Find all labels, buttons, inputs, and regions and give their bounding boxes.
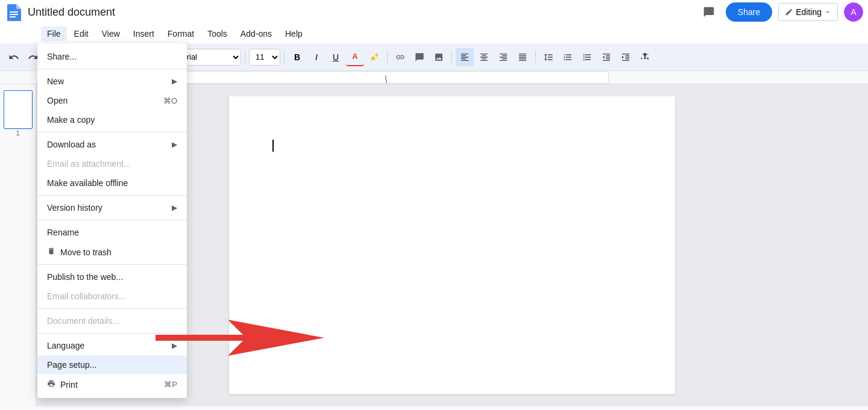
comment-button[interactable]	[410, 48, 429, 66]
chat-icon[interactable]	[698, 1, 720, 23]
menu-item-offline[interactable]: Make available offline	[37, 173, 187, 193]
avatar[interactable]: A	[844, 2, 863, 22]
version-arrow-icon: ▶	[172, 203, 177, 212]
menu-item-addons[interactable]: Add-ons	[234, 26, 278, 41]
numbered-list-button[interactable]	[559, 48, 577, 66]
menu-item-tools[interactable]: Tools	[201, 26, 233, 41]
align-right-button[interactable]	[494, 48, 512, 66]
link-button[interactable]	[391, 48, 409, 66]
svg-rect-2	[10, 14, 18, 15]
svg-text:A: A	[851, 7, 857, 17]
menu-item-insert[interactable]: Insert	[127, 26, 160, 41]
align-justify-button[interactable]	[514, 48, 532, 66]
menu-separator-6	[37, 308, 187, 309]
align-left-button[interactable]	[456, 48, 474, 66]
menu-item-make-copy[interactable]: Make a copy	[37, 110, 187, 129]
decrease-indent-button[interactable]	[597, 48, 615, 66]
menu-separator-3	[37, 195, 187, 196]
toolbar-separator-4	[284, 51, 285, 63]
menu-item-print[interactable]: Print ⌘P	[37, 374, 187, 394]
menu-item-email-attachment[interactable]: Email as attachment...	[37, 154, 187, 173]
highlight-button[interactable]	[365, 48, 383, 66]
left-sidebar: 1	[0, 84, 36, 406]
menu-item-rename[interactable]: Rename	[37, 223, 187, 242]
increase-indent-button[interactable]	[617, 48, 635, 66]
toolbar-separator-7	[535, 51, 536, 63]
menu-separator-1	[37, 69, 187, 69]
toolbar-separator-3	[245, 51, 245, 63]
font-size-select[interactable]: 11	[249, 49, 280, 66]
header-right: Share Editing A	[698, 1, 863, 23]
text-color-button[interactable]: A	[346, 48, 364, 66]
document-title: Untitled document	[28, 6, 693, 19]
menu-separator-5	[37, 264, 187, 265]
menu-item-document-details[interactable]: Document details...	[37, 311, 187, 331]
toolbar-separator-6	[451, 51, 452, 63]
menu-separator-2	[37, 132, 187, 132]
undo-button[interactable]	[5, 48, 23, 66]
italic-button[interactable]: I	[307, 48, 326, 66]
menu-item-new[interactable]: New ▶	[37, 72, 187, 91]
download-arrow-icon: ▶	[172, 140, 177, 149]
svg-rect-1	[10, 11, 18, 13]
bulleted-list-button[interactable]	[578, 48, 596, 66]
page	[229, 96, 675, 394]
bold-button[interactable]: B	[288, 48, 306, 66]
line-spacing-button[interactable]	[539, 48, 558, 66]
menu-item-download[interactable]: Download as ▶	[37, 135, 187, 154]
menu-bar: File Edit View Insert Format Tools Add-o…	[0, 24, 868, 43]
docs-logo-icon	[5, 3, 23, 21]
menu-item-edit[interactable]: Edit	[68, 26, 95, 41]
underline-button[interactable]: U	[327, 48, 345, 66]
menu-item-language[interactable]: Language ▶	[37, 336, 187, 355]
menu-item-help[interactable]: Help	[279, 26, 309, 41]
language-arrow-icon: ▶	[172, 341, 177, 350]
menu-item-email-collaborators[interactable]: Email collaborators...	[37, 287, 187, 306]
menu-item-file[interactable]: File	[41, 26, 67, 41]
menu-item-move-trash[interactable]: Move to trash	[37, 242, 187, 262]
menu-item-open[interactable]: Open ⌘O	[37, 91, 187, 110]
menu-item-view[interactable]: View	[96, 26, 126, 41]
trash-icon	[47, 247, 58, 257]
align-center-button[interactable]	[475, 48, 493, 66]
page-thumbnail[interactable]: 1	[4, 90, 33, 129]
svg-rect-3	[10, 16, 16, 17]
image-button[interactable]	[430, 48, 448, 66]
menu-separator-7	[37, 333, 187, 334]
print-shortcut: ⌘P	[164, 380, 177, 389]
share-button[interactable]: Share	[726, 2, 772, 22]
menu-item-version-history[interactable]: Version history ▶	[37, 198, 187, 217]
menu-item-page-setup[interactable]: Page setup...	[37, 355, 187, 374]
new-arrow-icon: ▶	[172, 77, 177, 85]
clear-format-button[interactable]	[636, 48, 654, 66]
text-cursor	[272, 140, 274, 152]
menu-item-format[interactable]: Format	[162, 26, 200, 41]
print-icon	[47, 379, 58, 390]
menu-item-publish[interactable]: Publish to the web...	[37, 267, 187, 287]
menu-separator-4	[37, 220, 187, 220]
toolbar-separator-5	[387, 51, 388, 63]
dropdown-menu: Share... New ▶ Open ⌘O Make a copy Downl…	[37, 43, 187, 398]
editing-label: Editing	[796, 7, 822, 17]
editing-dropdown[interactable]: Editing	[778, 3, 838, 21]
open-shortcut: ⌘O	[163, 96, 177, 105]
menu-item-share[interactable]: Share...	[37, 47, 187, 66]
